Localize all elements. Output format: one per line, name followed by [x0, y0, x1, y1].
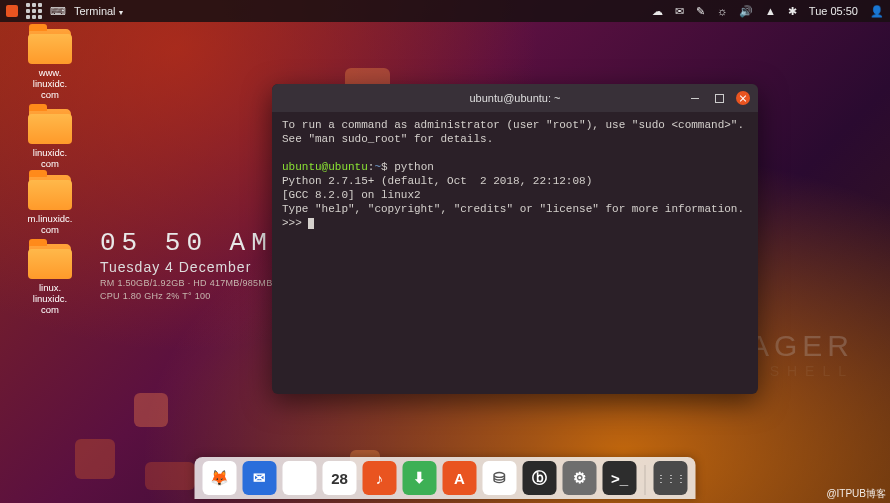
desktop-folder[interactable]: linuxidc.com [20, 109, 80, 169]
folder-label: linux.linuxidc.com [20, 282, 80, 315]
bg-decoration [134, 393, 168, 427]
brightness-icon[interactable]: ☼ [717, 5, 727, 17]
clock-stat-ram: RM 1.50GB/1.92GB · HD 417MB/985MB [100, 278, 273, 288]
app-menu[interactable]: Terminal▼ [74, 5, 125, 17]
desktop-folder[interactable]: linux.linuxidc.com [20, 244, 80, 315]
dock: 🦊✉✎28♪⬇A⛁ⓑ⚙>_⋮⋮⋮ [195, 457, 696, 499]
maximize-button[interactable] [712, 91, 726, 105]
dock-calendar[interactable]: 28 [323, 461, 357, 495]
desktop: ⌨ Terminal▼ ☁ ✉ ✎ ☼ 🔊 ▲ ✱ Tue 05:50 👤 ww… [0, 0, 890, 503]
folder-label: www.linuxidc.com [20, 67, 80, 100]
edit-icon[interactable]: ✎ [696, 5, 705, 18]
folder-icon [29, 29, 71, 63]
terminal-body[interactable]: To run a command as administrator (user … [272, 112, 758, 394]
folder-label: m.linuxidc.com [20, 213, 80, 235]
desktop-folder[interactable]: www.linuxidc.com [20, 29, 80, 100]
terminal-window[interactable]: ubuntu@ubuntu: ~ To run a command as adm… [272, 84, 758, 394]
settings-icon[interactable]: ✱ [788, 5, 797, 18]
minimize-button[interactable] [688, 91, 702, 105]
folder-icon [29, 244, 71, 278]
dock-apps[interactable]: ⋮⋮⋮ [654, 461, 688, 495]
dock-disks[interactable]: ⛁ [483, 461, 517, 495]
dock-music[interactable]: ♪ [363, 461, 397, 495]
terminal-titlebar[interactable]: ubuntu@ubuntu: ~ [272, 84, 758, 112]
dock-settings[interactable]: ⚙ [563, 461, 597, 495]
dock-terminal[interactable]: >_ [603, 461, 637, 495]
network-icon[interactable]: ▲ [765, 5, 776, 17]
cursor [308, 218, 314, 229]
clock-time: 05 50 AM [100, 228, 273, 258]
folder-icon [29, 175, 71, 209]
volume-icon[interactable]: 🔊 [739, 5, 753, 18]
folder-icon [29, 109, 71, 143]
apps-grid-icon[interactable] [26, 3, 42, 19]
dock-notes[interactable]: ✎ [283, 461, 317, 495]
activities-button[interactable] [6, 5, 18, 17]
terminal-title: ubuntu@ubuntu: ~ [470, 92, 561, 104]
mail-indicator-icon[interactable]: ✉ [675, 5, 684, 18]
dock-firefox[interactable]: 🦊 [203, 461, 237, 495]
cloud-icon[interactable]: ☁ [652, 5, 663, 18]
close-button[interactable] [736, 91, 750, 105]
clock-label[interactable]: Tue 05:50 [809, 5, 858, 17]
dock-appcenter[interactable]: ⬇ [403, 461, 437, 495]
desktop-folder[interactable]: m.linuxidc.com [20, 175, 80, 235]
desktop-clock-widget: 05 50 AM Tuesday 4 December RM 1.50GB/1.… [100, 228, 273, 301]
top-panel: ⌨ Terminal▼ ☁ ✉ ✎ ☼ 🔊 ▲ ✱ Tue 05:50 👤 [0, 0, 890, 22]
dock-separator [645, 465, 646, 495]
folder-label: linuxidc.com [20, 147, 80, 169]
dock-banshee[interactable]: ⓑ [523, 461, 557, 495]
clock-date: Tuesday 4 December [100, 259, 273, 275]
dock-software[interactable]: A [443, 461, 477, 495]
source-watermark: @ITPUB博客 [826, 487, 886, 501]
user-icon[interactable]: 👤 [870, 5, 884, 18]
dock-mail[interactable]: ✉ [243, 461, 277, 495]
bg-decoration [145, 462, 195, 490]
clock-stat-cpu: CPU 1.80 GHz 2% T° 100 [100, 291, 273, 301]
keyboard-icon[interactable]: ⌨ [50, 5, 66, 18]
bg-decoration [75, 439, 115, 479]
